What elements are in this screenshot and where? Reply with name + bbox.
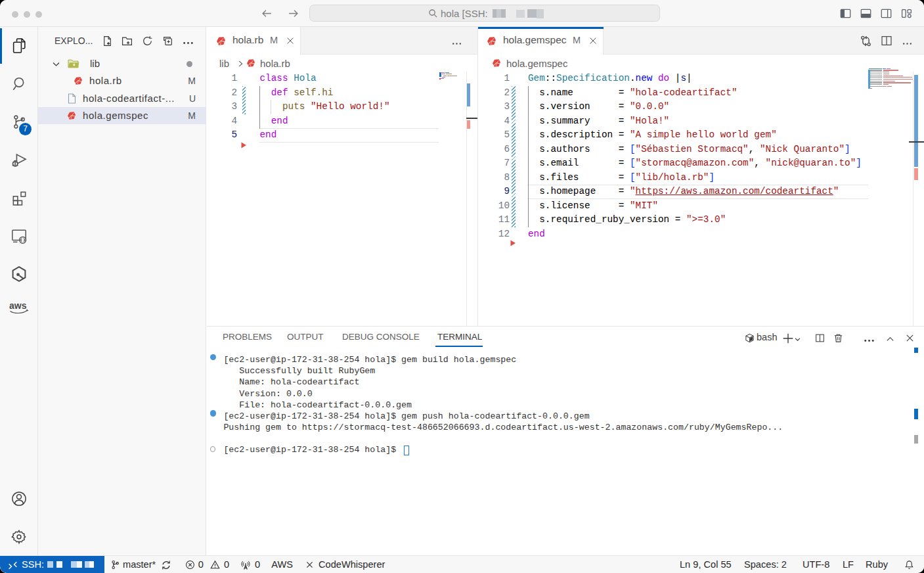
svg-text:aws: aws bbox=[9, 300, 27, 311]
